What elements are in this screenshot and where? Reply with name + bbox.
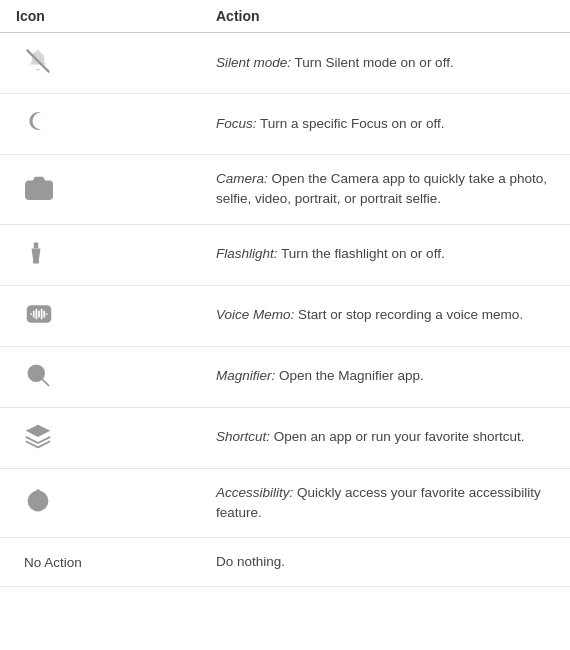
svg-marker-5	[32, 248, 41, 259]
camera-action: Camera: Open the Camera app to quickly t…	[200, 155, 570, 225]
table-row: No Action Do nothing.	[0, 538, 570, 587]
svg-rect-4	[34, 242, 39, 248]
table-row: Camera: Open the Camera app to quickly t…	[0, 155, 570, 225]
no-action-action: Do nothing.	[200, 538, 570, 587]
focus-icon	[24, 108, 56, 140]
table-row: Silent mode: Turn Silent mode on or off.	[0, 33, 570, 94]
magnifier-action: Magnifier: Open the Magnifier app.	[200, 346, 570, 407]
voice-memo-action: Voice Memo: Start or stop recording a vo…	[200, 285, 570, 346]
svg-line-16	[42, 379, 48, 385]
focus-action: Focus: Turn a specific Focus on or off.	[200, 94, 570, 155]
accessibility-action: Accessibility: Quickly access your favor…	[200, 468, 570, 538]
shortcut-action: Shortcut: Open an app or run your favori…	[200, 407, 570, 468]
camera-icon	[24, 173, 56, 205]
magnifier-icon	[24, 361, 56, 393]
flashlight-action: Flashlight: Turn the flashlight on or of…	[200, 224, 570, 285]
shortcut-icon	[24, 422, 56, 454]
table-row: Shortcut: Open an app or run your favori…	[0, 407, 570, 468]
silent-mode-action: Silent mode: Turn Silent mode on or off.	[200, 33, 570, 94]
svg-rect-6	[33, 259, 39, 264]
icon-column-header: Icon	[0, 0, 200, 33]
table-row: Magnifier: Open the Magnifier app.	[0, 346, 570, 407]
svg-point-3	[47, 184, 49, 186]
voice-memo-icon	[24, 300, 56, 332]
svg-point-2	[34, 185, 44, 195]
accessibility-icon	[24, 487, 56, 519]
table-row: Flashlight: Turn the flashlight on or of…	[0, 224, 570, 285]
no-action-label: No Action	[24, 555, 82, 570]
action-column-header: Action	[200, 0, 570, 33]
silent-mode-icon	[24, 47, 56, 79]
table-row: Focus: Turn a specific Focus on or off.	[0, 94, 570, 155]
flashlight-icon	[24, 239, 56, 271]
table-row: Voice Memo: Start or stop recording a vo…	[0, 285, 570, 346]
table-row: Accessibility: Quickly access your favor…	[0, 468, 570, 538]
